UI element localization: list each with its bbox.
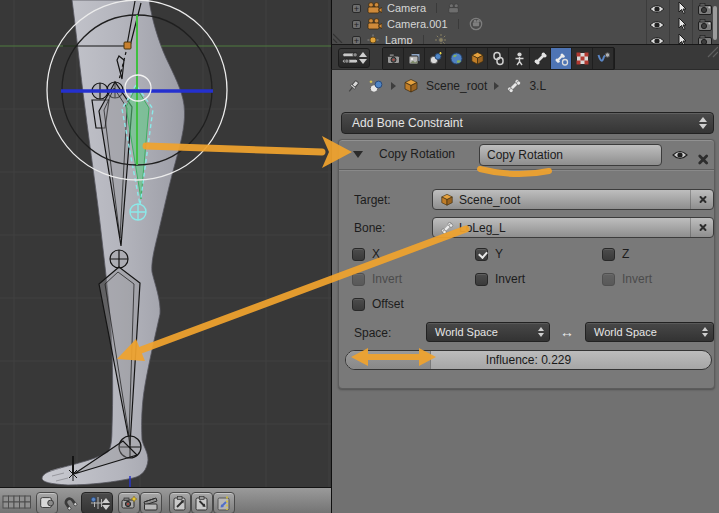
renderability-camera-icon[interactable] [697,34,713,44]
selectability-cursor-icon[interactable] [674,1,690,15]
axis-z-label: Z [622,247,629,261]
opengl-render-button[interactable] [118,492,140,513]
selectability-cursor-icon[interactable] [674,33,690,44]
area-resize-grip[interactable] [333,30,349,43]
influence-slider-label: Influence: 0.229 [346,353,711,367]
axis-x-item: X [352,247,380,261]
editor-type-button[interactable] [338,48,370,68]
space-to-dropdown[interactable]: World Space [585,322,714,342]
visibility-eye-icon[interactable] [649,2,665,16]
tab-object-constraints[interactable] [488,48,509,69]
opengl-render-animation-button[interactable] [140,492,162,513]
snap-element-button[interactable] [81,492,113,513]
tab-object[interactable] [467,48,488,69]
rotate-manipulator[interactable] [47,0,227,180]
selectability-cursor-icon[interactable] [674,17,690,31]
invert-z-checkbox[interactable] [602,273,615,286]
lamp-data-icon[interactable] [434,33,448,44]
delete-constraint-icon[interactable] [696,153,709,166]
properties-tabs [382,47,615,70]
offset-checkbox[interactable] [352,298,365,311]
layers-grid[interactable] [1,492,33,513]
invert-x-checkbox[interactable] [352,273,365,286]
axis-x-checkbox[interactable] [352,248,365,261]
visibility-eye-icon[interactable] [649,34,665,44]
axis-z-item: Z [602,247,629,261]
outliner-item-label[interactable]: Camera.001 [387,18,448,30]
viewport-scene [0,0,331,487]
copy-rotation-constraint-panel: Copy Rotation Copy Rotation Target: Scen… [338,139,715,389]
tab-object-data-armature[interactable] [509,48,530,69]
tab-physics[interactable] [593,48,614,69]
space-from-dropdown[interactable]: World Space [426,322,550,342]
paste-pose-button[interactable] [191,492,213,513]
space-label: Space: [354,326,391,340]
outliner-editor: + Camera + Camera.001 + Lamp [331,0,719,44]
tab-bone-constraints[interactable] [551,48,572,69]
dropdown-arrows-icon [699,117,707,129]
offset-label: Offset [372,297,404,311]
target-value: Scene_root [459,193,520,207]
expand-icon[interactable]: + [352,36,361,45]
clear-target-button[interactable] [690,190,713,209]
swap-spaces-icon: ↔ [560,324,574,340]
tab-texture[interactable] [572,48,593,69]
breadcrumb-object[interactable]: Scene_root [426,79,487,93]
editor-type-arrows[interactable] [359,52,367,64]
axis-z-checkbox[interactable] [602,248,615,261]
camera-object-icon [366,18,382,30]
lamp-object-icon [366,33,380,44]
camera-data-icon[interactable] [469,17,483,31]
outliner-item-label[interactable]: Camera [387,2,426,14]
properties-header [331,44,719,70]
bone-label: Bone: [354,221,385,235]
axis-y-item: Y [475,247,503,261]
influence-slider[interactable]: Influence: 0.229 [345,350,712,370]
tab-scene[interactable] [425,48,446,69]
outliner-item-label[interactable]: Lamp [385,34,413,44]
object-cube-icon [403,78,419,94]
3d-viewport[interactable] [0,0,331,487]
tab-render[interactable] [383,48,404,69]
renderability-camera-icon[interactable] [697,18,713,32]
bone-field[interactable]: LoLeg_L [432,217,714,238]
snap-element-arrows[interactable] [102,498,110,510]
dropdown-arrows-icon [538,327,544,337]
invert-y-checkbox[interactable] [475,273,488,286]
paste-flipped-pose-button[interactable] [213,492,235,513]
clear-bone-button[interactable] [690,218,713,237]
constraint-name-field[interactable]: Copy Rotation [479,144,662,166]
snap-magnet-button[interactable] [60,492,80,513]
invert-y-item: Invert [475,272,525,286]
object-cube-icon [440,193,454,207]
copy-pose-button[interactable] [169,492,191,513]
breadcrumb-separator [494,82,499,90]
camera-data-icon[interactable] [447,3,461,14]
pin-icon[interactable] [346,79,361,94]
outliner-scrollbar[interactable] [713,6,717,40]
tab-render-layers[interactable] [404,48,425,69]
visibility-eye-icon[interactable] [649,18,665,32]
dropdown-arrows-icon [702,327,708,337]
panel-title[interactable]: Copy Rotation [379,147,455,161]
space-from-value: World Space [435,326,498,338]
scene-icon[interactable] [368,79,384,94]
mute-eye-icon[interactable] [671,149,689,161]
properties-editor: Scene_root 3.L Add Bone Constraint Copy … [331,70,719,513]
axis-y-checkbox[interactable] [475,248,488,261]
expand-icon[interactable]: + [352,4,361,13]
breadcrumb: Scene_root 3.L [346,76,546,96]
tab-world[interactable] [446,48,467,69]
pivot-point-button[interactable] [36,492,58,513]
add-bone-constraint-button[interactable]: Add Bone Constraint [341,112,714,134]
target-label: Target: [354,193,391,207]
renderability-camera-icon[interactable] [697,2,713,16]
expand-icon[interactable]: + [352,20,361,29]
invert-x-item: Invert [352,272,402,286]
breadcrumb-bone[interactable]: 3.L [529,79,546,93]
target-field[interactable]: Scene_root [432,189,714,210]
panel-expand-icon[interactable] [353,151,363,158]
area-resize-grip[interactable] [702,45,718,58]
root-point[interactable] [124,42,131,49]
tab-bone[interactable] [530,48,551,69]
